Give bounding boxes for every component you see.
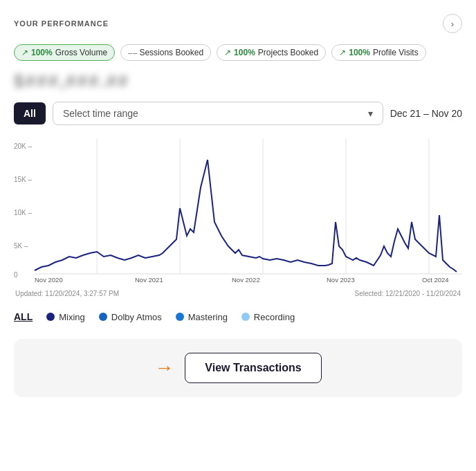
svg-text:0: 0 [14, 271, 18, 279]
trend-neutral-icon: – – [128, 48, 136, 57]
svg-text:5K –: 5K – [14, 242, 28, 250]
recording-label: Recording [254, 312, 295, 322]
time-range-dropdown[interactable]: Select time range ▾ [53, 102, 383, 125]
profile-visits-pct: 100% [349, 48, 370, 57]
legend-row: ALL Mixing Dolby Atmos Mastering Recordi… [14, 307, 462, 322]
svg-text:Nov 2022: Nov 2022 [232, 276, 260, 284]
mixing-label: Mixing [59, 312, 85, 322]
performance-header: YOUR PERFORMANCE › [14, 14, 462, 33]
dolby-dot [99, 313, 107, 321]
recording-dot [241, 313, 250, 321]
profile-visits-label: Profile Visits [373, 48, 419, 57]
projects-booked-label: Projects Booked [258, 48, 318, 57]
svg-text:Nov 2023: Nov 2023 [327, 276, 355, 284]
legend-mixing[interactable]: Mixing [46, 312, 85, 322]
metric-sessions-booked[interactable]: – – Sessions Booked [120, 44, 211, 61]
gross-volume-label: Gross Volume [55, 48, 107, 57]
metric-gross-volume[interactable]: ↗ 100% Gross Volume [14, 44, 115, 61]
performance-chart: 20K – 15K – 10K – 5K – 0 Nov 2020 Nov 20… [14, 139, 462, 284]
chart-updated: Updated: 11/20/2024, 3:27:57 PM [15, 290, 119, 297]
arrow-right-icon: → [154, 357, 174, 379]
transactions-section: → View Transactions [14, 339, 462, 397]
page-title: YOUR PERFORMANCE [14, 19, 109, 28]
projects-booked-pct: 100% [234, 48, 255, 57]
mixing-dot [46, 313, 55, 321]
svg-text:20K –: 20K – [14, 142, 33, 150]
chart-container: 20K – 15K – 10K – 5K – 0 Nov 2020 Nov 20… [14, 139, 462, 284]
legend-mastering[interactable]: Mastering [176, 312, 228, 322]
svg-text:Nov 2021: Nov 2021 [135, 276, 163, 284]
svg-text:15K –: 15K – [14, 176, 33, 183]
legend-dolby-atmos[interactable]: Dolby Atmos [99, 312, 162, 322]
legend-recording[interactable]: Recording [241, 312, 295, 322]
time-range-label: Select time range [63, 108, 138, 119]
chevron-down-icon: ▾ [368, 108, 373, 119]
metrics-row: ↗ 100% Gross Volume – – Sessions Booked … [14, 44, 462, 61]
metric-projects-booked[interactable]: ↗ 100% Projects Booked [217, 44, 326, 61]
navigate-button[interactable]: › [443, 14, 462, 33]
gross-volume-value: $###,###.## [14, 71, 462, 92]
legend-all[interactable]: ALL [14, 311, 33, 322]
controls-row: All Select time range ▾ Dec 21 – Nov 20 [14, 102, 462, 125]
date-range-display: Dec 21 – Nov 20 [390, 108, 462, 119]
trend-up-icon-3: ↗ [339, 48, 346, 57]
view-transactions-button[interactable]: View Transactions [185, 353, 321, 383]
all-button[interactable]: All [14, 102, 46, 124]
dolby-label: Dolby Atmos [111, 312, 162, 322]
chart-selected: Selected: 12/21/2020 - 11/20/2024 [355, 290, 461, 297]
mastering-label: Mastering [188, 312, 228, 322]
svg-text:10K –: 10K – [14, 209, 33, 216]
trend-up-icon-2: ↗ [224, 48, 231, 57]
chart-meta: Updated: 11/20/2024, 3:27:57 PM Selected… [14, 290, 462, 297]
trend-up-icon: ↗ [21, 48, 28, 57]
svg-text:Nov 2020: Nov 2020 [35, 276, 63, 284]
metric-profile-visits[interactable]: ↗ 100% Profile Visits [331, 44, 426, 61]
gross-volume-pct: 100% [31, 48, 53, 57]
sessions-booked-label: Sessions Booked [139, 48, 203, 57]
svg-text:Oct 2024: Oct 2024 [422, 276, 449, 284]
mastering-dot [176, 313, 184, 321]
